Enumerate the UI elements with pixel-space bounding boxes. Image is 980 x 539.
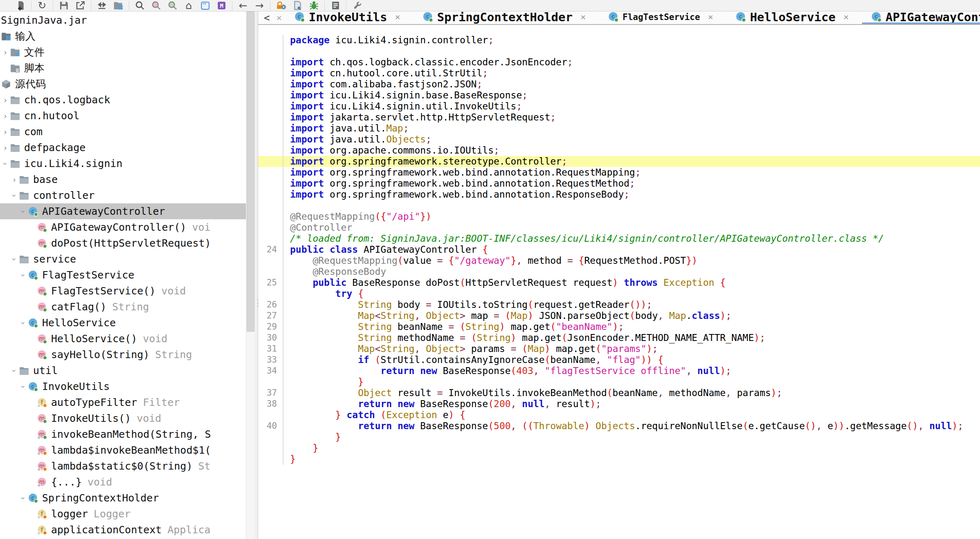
code-line[interactable]: /* loaded from: SigninJava.jar:BOOT-INF/… xyxy=(258,233,980,244)
code-line[interactable] xyxy=(258,46,980,57)
code-line[interactable]: 38 return new BaseResponse(200, null, re… xyxy=(258,399,980,410)
tree-item[interactable]: ›ch.qos.logback xyxy=(0,92,246,108)
tree-item[interactable]: ›com xyxy=(0,124,246,140)
code-line[interactable]: import org.springframework.web.bind.anno… xyxy=(258,167,980,178)
tree-item[interactable]: m{...}void xyxy=(0,474,246,490)
tree-item[interactable]: ›cn.hutool xyxy=(0,108,246,124)
code-line[interactable]: import java.util.Map; xyxy=(258,123,980,134)
chevron-right-icon[interactable]: › xyxy=(1,143,10,152)
tree-item[interactable]: msayHello(String)String xyxy=(0,347,246,363)
tree-item[interactable]: mFlagTestService()void xyxy=(0,283,246,299)
code-line[interactable]: 40 return new BaseResponse(500, ((Throwa… xyxy=(258,421,980,432)
deobfuscation-blocks-button[interactable] xyxy=(110,0,126,11)
refresh-button[interactable]: ↻ xyxy=(34,0,50,11)
code-line[interactable]: try { xyxy=(258,288,980,299)
code-line[interactable]: } xyxy=(258,376,980,388)
home-button[interactable]: ⌂ xyxy=(181,0,197,11)
chevron-down-icon[interactable]: › xyxy=(19,318,28,327)
tab-FlagTestService[interactable]: cFlagTestService× xyxy=(599,11,722,24)
code-line[interactable]: 26 String body = IOUtils.toString(reques… xyxy=(258,299,980,310)
code-line[interactable]: 31 Map<String, Object> params = (Map) ma… xyxy=(258,343,980,354)
code-line[interactable]: @Controller xyxy=(258,222,980,233)
chevron-right-icon[interactable]: › xyxy=(1,96,10,105)
code-line[interactable]: import java.util.Objects; xyxy=(258,134,980,145)
chevron-down-icon[interactable]: › xyxy=(1,159,10,168)
tree-item[interactable]: ›controller xyxy=(0,187,246,203)
add-file-button[interactable] xyxy=(12,0,29,11)
tree-root-item[interactable]: SigninJava.jar xyxy=(0,12,246,28)
code-line[interactable]: import org.springframework.web.bind.anno… xyxy=(258,189,980,200)
tree-item[interactable]: mAPIGatewayController()voi xyxy=(0,219,246,235)
chevron-down-icon[interactable]: › xyxy=(19,494,28,503)
code-line[interactable]: 24public class APIGatewayController { xyxy=(258,244,980,255)
tab-HelloService[interactable]: cHelloService× xyxy=(726,11,858,24)
tree-item[interactable]: ›cHelloService xyxy=(0,315,246,331)
code-line[interactable]: import org.apache.commons.io.IOUtils; xyxy=(258,145,980,156)
code-line[interactable]: @ResponseBody xyxy=(258,266,980,277)
tree-item[interactable]: ›util xyxy=(0,363,246,379)
tree-item[interactable]: fautoTypeFilterFilter xyxy=(0,394,246,410)
tree-item[interactable]: ›cFlagTestService xyxy=(0,267,246,283)
chevron-right-icon[interactable]: › xyxy=(10,175,19,184)
memory-m-button[interactable]: M xyxy=(213,0,230,11)
new-window-button[interactable] xyxy=(197,0,213,11)
tab-SpringContextHolder[interactable]: cSpringContextHolder× xyxy=(413,11,595,24)
tree-scrollbar-thumb[interactable] xyxy=(247,11,254,332)
code-line[interactable]: import icu.Liki4.signin.util.InvokeUtils… xyxy=(258,101,980,112)
code-line[interactable]: 34 return new BaseResponse(403, "flagTes… xyxy=(258,365,980,376)
code-line-highlighted[interactable]: import org.springframework.stereotype.Co… xyxy=(258,156,980,167)
tree-item[interactable]: 脚本 xyxy=(0,60,246,76)
save-all-button[interactable] xyxy=(56,0,72,11)
log-viewer-button[interactable] xyxy=(327,0,344,11)
code-line[interactable]: 27 Map<String, Object> map = (Map) JSON.… xyxy=(258,310,980,321)
code-line[interactable] xyxy=(258,200,980,211)
tab-close-icon[interactable]: × xyxy=(708,12,713,22)
code-line[interactable]: import com.alibaba.fastjson2.JSON; xyxy=(258,79,980,90)
chevron-down-icon[interactable]: › xyxy=(10,255,19,264)
code-line[interactable]: } xyxy=(258,443,980,454)
tab-close-icon[interactable]: × xyxy=(843,12,848,22)
code-line[interactable]: import ch.qos.logback.classic.encoder.Js… xyxy=(258,57,980,68)
search-class-button[interactable] xyxy=(148,0,164,11)
code-line[interactable]: @RequestMapping(value = {"/gateway"}, me… xyxy=(258,255,980,266)
chevron-down-icon[interactable]: › xyxy=(19,271,28,280)
tree-item[interactable]: mInvokeUtils()void xyxy=(0,410,246,426)
tree-item[interactable]: ›defpackage xyxy=(0,140,246,156)
tree-item[interactable]: ›cInvokeUtils xyxy=(0,379,246,394)
tab-close-icon[interactable]: × xyxy=(580,12,586,22)
tab-InvokeUtils[interactable]: cInvokeUtils× xyxy=(285,11,409,24)
code-editor[interactable]: package icu.Liki4.signin.controller;impo… xyxy=(258,25,980,539)
tree-item[interactable]: mcatFlag()String xyxy=(0,299,246,315)
tree-item[interactable]: 源代码 xyxy=(0,76,246,92)
chevron-right-icon[interactable]: › xyxy=(1,48,10,57)
search-text-button[interactable] xyxy=(132,0,148,11)
nav-back-button[interactable]: ← xyxy=(235,0,251,11)
preferences-wrench-button[interactable] xyxy=(349,0,365,11)
code-line[interactable]: package icu.Liki4.signin.controller; xyxy=(258,35,980,46)
tree-item[interactable]: floggerLogger xyxy=(0,506,246,522)
tree-item[interactable]: mHelloService()void xyxy=(0,331,246,347)
tree-item[interactable]: mdoPost(HttpServletRequest) xyxy=(0,235,246,251)
tree-item[interactable]: ›cSpringContextHolder xyxy=(0,490,246,506)
export-button[interactable] xyxy=(72,0,88,11)
nav-forward-button[interactable]: → xyxy=(251,0,268,11)
code-line[interactable]: 25 public BaseResponse doPost(HttpServle… xyxy=(258,277,980,288)
code-line[interactable]: 30 String methodName = (String) map.get(… xyxy=(258,332,980,343)
search-comment-button[interactable] xyxy=(164,0,181,11)
code-line[interactable]: @RequestMapping({"/api"}) xyxy=(258,211,980,222)
tree-item[interactable]: mlambda$invokeBeanMethod$1( xyxy=(0,442,246,458)
code-line[interactable]: import org.springframework.web.bind.anno… xyxy=(258,178,980,189)
chevron-right-icon[interactable]: › xyxy=(1,111,10,120)
tree-item[interactable]: fapplicationContextApplica xyxy=(0,522,246,538)
tree-item[interactable]: 输入 xyxy=(0,28,246,44)
chevron-down-icon[interactable]: › xyxy=(19,207,28,216)
panel-splitter[interactable]: ⋮⋮ xyxy=(255,11,258,539)
code-line[interactable]: 33 if (StrUtil.containsAnyIgnoreCase(bea… xyxy=(258,354,980,365)
tab-APIGatewayControll[interactable]: cAPIGatewayControll xyxy=(862,11,980,24)
tree-scrollbar[interactable] xyxy=(246,11,255,539)
debug-spider-button[interactable] xyxy=(306,0,322,11)
tree-item[interactable]: ›文件 xyxy=(0,44,246,60)
tree-item[interactable]: ›service xyxy=(0,251,246,267)
chevron-down-icon[interactable]: › xyxy=(10,191,19,200)
tab-close-icon[interactable]: × xyxy=(395,12,400,22)
